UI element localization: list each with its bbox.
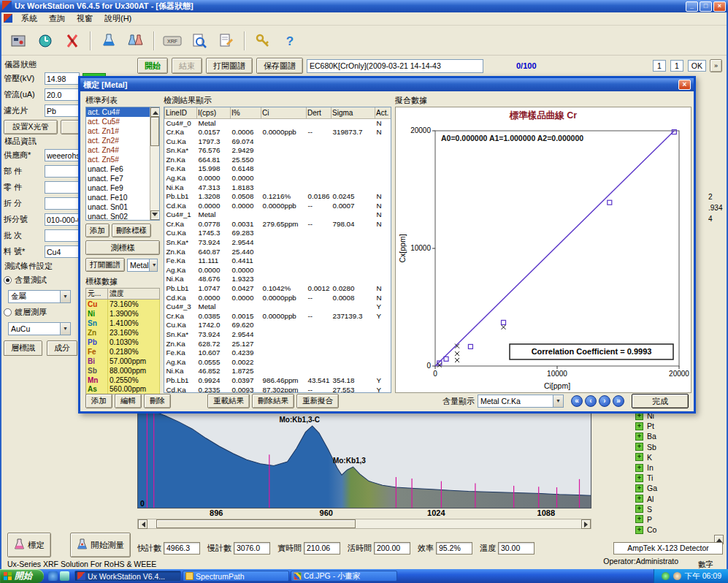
dialog-title-bar[interactable]: 標定 [Metal] × xyxy=(80,78,694,91)
expand-plus-icon[interactable]: + xyxy=(635,443,643,451)
result-row[interactable]: Ni.Ka48.6761.9323 xyxy=(165,275,391,284)
expand-plus-icon[interactable]: + xyxy=(635,505,643,513)
taskbar-task[interactable]: SpectrumPath xyxy=(183,571,289,582)
result-row[interactable]: Cd.Ka0.00000.00000.0000ppb--0.0008N xyxy=(165,293,391,302)
std-data-row[interactable]: Bi57.000ppm xyxy=(86,357,160,366)
open-spectrum-button[interactable]: 打開圖譜 xyxy=(206,58,253,74)
result-row[interactable]: Cd.Ka0.00000.00000.0000ppb--0.0007N xyxy=(165,202,391,211)
coating-test-radio[interactable] xyxy=(4,308,12,316)
expand-plus-icon[interactable]: + xyxy=(635,464,643,472)
stop-button[interactable]: 結束 xyxy=(172,58,202,74)
kv-input[interactable] xyxy=(45,72,80,85)
report-icon[interactable] xyxy=(215,30,237,52)
prev-record-button[interactable]: ‹ xyxy=(585,395,597,407)
content-test-radio[interactable] xyxy=(4,276,12,284)
expand-plus-icon[interactable]: + xyxy=(635,453,643,461)
standard-list-item[interactable]: act. Cu4# xyxy=(86,107,150,117)
keys-icon[interactable] xyxy=(252,30,274,52)
std-col-header[interactable]: 元... xyxy=(86,289,108,300)
standard-list-item[interactable]: unact. Sn02 xyxy=(86,212,150,220)
result-row[interactable]: Cr.Ka0.07780.0031279.65ppm--798.04N xyxy=(165,220,391,229)
result-col-header[interactable]: LineID xyxy=(165,107,197,118)
std-data-row[interactable]: Ni1.3900% xyxy=(86,309,160,319)
first-record-button[interactable]: « xyxy=(571,395,583,407)
refit-button[interactable]: 重新擬合 xyxy=(296,394,339,408)
open-spectrum-dialog-button[interactable]: 打開圖譜 xyxy=(85,258,125,272)
result-col-header[interactable]: Ci xyxy=(261,107,307,118)
result-row[interactable]: Sn.Ka*76.5762.9429 xyxy=(165,146,391,156)
next-record-button[interactable]: › xyxy=(599,395,610,407)
result-col-header[interactable]: I(cps) xyxy=(197,107,231,118)
result-row[interactable]: Zn.Ka664.8125.550 xyxy=(165,156,391,165)
element-tree-item[interactable]: +Sb xyxy=(635,442,657,452)
quick-launch-icon[interactable] xyxy=(60,571,69,581)
result-col-header[interactable]: Act. xyxy=(375,107,391,118)
page-indicator[interactable]: 1 xyxy=(670,60,683,72)
standard-list-item[interactable]: act. Zn2# xyxy=(86,136,150,145)
element-tree-item[interactable]: +K xyxy=(635,452,657,462)
last-record-button[interactable]: » xyxy=(613,395,624,407)
result-row[interactable]: Fe.Ka15.9980.6148 xyxy=(165,164,391,174)
standard-list-item[interactable]: act. Zn4# xyxy=(86,145,150,155)
done-button[interactable]: 完成 xyxy=(632,394,689,408)
tray-volume-icon[interactable] xyxy=(673,572,681,580)
element-tree-item[interactable]: +Al xyxy=(635,494,657,504)
chevron-down-icon[interactable]: ▼ xyxy=(60,323,70,335)
result-col-header[interactable]: Sigma xyxy=(332,107,375,118)
result-row[interactable]: Ni.Ka46.8521.8725 xyxy=(165,367,391,376)
result-row[interactable]: Sn.Ka*73.9242.9544 xyxy=(165,238,391,248)
expand-plus-icon[interactable]: + xyxy=(635,495,643,503)
result-row[interactable]: Cu4#_0MetalN xyxy=(165,118,391,128)
edit-row-button[interactable]: 編輯 xyxy=(115,394,142,408)
tray-shield-icon[interactable] xyxy=(662,572,670,580)
calibrate-button[interactable]: 標定 xyxy=(7,533,51,557)
spectrum-chart[interactable]: Mo:Kb1,3-CMo:Kb1,30 xyxy=(137,405,591,508)
standard-list-item[interactable]: unact. Fe9 xyxy=(86,183,150,193)
element-tree-item[interactable]: +Co xyxy=(635,525,657,535)
standard-list-item[interactable]: act. Zn1# xyxy=(86,126,150,136)
element-tree-item[interactable]: +In xyxy=(635,462,657,473)
dialog-close-button[interactable]: × xyxy=(678,80,691,90)
standard-list-item[interactable]: unact. Sn01 xyxy=(86,202,150,212)
result-row[interactable]: Ag.Ka0.05550.0022 xyxy=(165,358,391,367)
more-button[interactable]: » xyxy=(710,59,722,72)
result-row[interactable]: Ag.Ka0.00000.0000 xyxy=(165,174,391,183)
search-doc-icon[interactable] xyxy=(188,30,210,52)
result-row[interactable]: Cu.Ka1745.369.283 xyxy=(165,229,391,238)
start-measure-button[interactable]: 開始測量 xyxy=(70,533,131,557)
instrument-icon[interactable] xyxy=(7,30,29,52)
expand-plus-icon[interactable]: + xyxy=(635,433,643,441)
result-row[interactable]: Cu4#_3MetalY xyxy=(165,302,391,312)
filter-input[interactable] xyxy=(45,104,80,117)
tab-composition[interactable]: 成分 xyxy=(47,340,77,356)
xrf-icon[interactable]: XRF xyxy=(161,30,183,52)
tools-icon[interactable] xyxy=(61,30,83,52)
delete-standard-button[interactable]: 刪除標樣 xyxy=(112,224,151,237)
standard-list-item[interactable]: unact. Fe7 xyxy=(86,174,150,183)
title-bar[interactable]: Ux WorkStation V6.4.5 for Ux300AT - [係器狀… xyxy=(0,0,728,12)
add-standard-button[interactable]: 添加 xyxy=(85,224,110,237)
result-row[interactable]: Cd.Ka0.23350.009387.302ppm--27.553Y xyxy=(165,385,391,393)
start-menu-button[interactable]: 開始 xyxy=(0,569,44,583)
page-indicator[interactable]: OK xyxy=(688,60,706,72)
result-row[interactable]: Ni.Ka47.3131.8183 xyxy=(165,183,391,192)
standards-listbox[interactable]: act. Cu4#act. Cu5#act. Zn1#act. Zn2#act.… xyxy=(85,107,160,221)
coating-select[interactable]: AuCu▼ xyxy=(8,322,71,335)
measure-standard-button[interactable]: 測標樣 xyxy=(85,240,160,255)
taskbar-task[interactable]: Ux WorkStation V6.4... xyxy=(74,571,181,582)
mode-select[interactable]: Metal▼ xyxy=(127,259,158,272)
result-row[interactable]: Pb.Lb11.07470.04270.1042%0.00120.0280N xyxy=(165,284,391,294)
result-row[interactable]: Zn.Ka640.8725.440 xyxy=(165,248,391,257)
setup-xray-button[interactable]: 設置X光管 xyxy=(4,120,58,134)
line-select[interactable]: Metal Cr.Ka▼ xyxy=(478,395,564,408)
measure-flask-icon[interactable] xyxy=(98,30,120,52)
element-tree-item[interactable]: +P xyxy=(635,514,657,525)
start-button[interactable]: 開始 xyxy=(137,58,168,74)
result-col-header[interactable]: I% xyxy=(231,107,261,118)
delete-results-button[interactable]: 刪除結果 xyxy=(252,394,294,408)
chevron-down-icon[interactable]: ▼ xyxy=(149,259,158,271)
spectrum-file-input[interactable] xyxy=(307,59,483,73)
help-icon[interactable]: ? xyxy=(279,30,301,52)
quick-launch-icon[interactable] xyxy=(48,571,58,581)
result-row[interactable]: Cr.Ka0.01570.00060.0000ppb--319873.7N xyxy=(165,128,391,137)
